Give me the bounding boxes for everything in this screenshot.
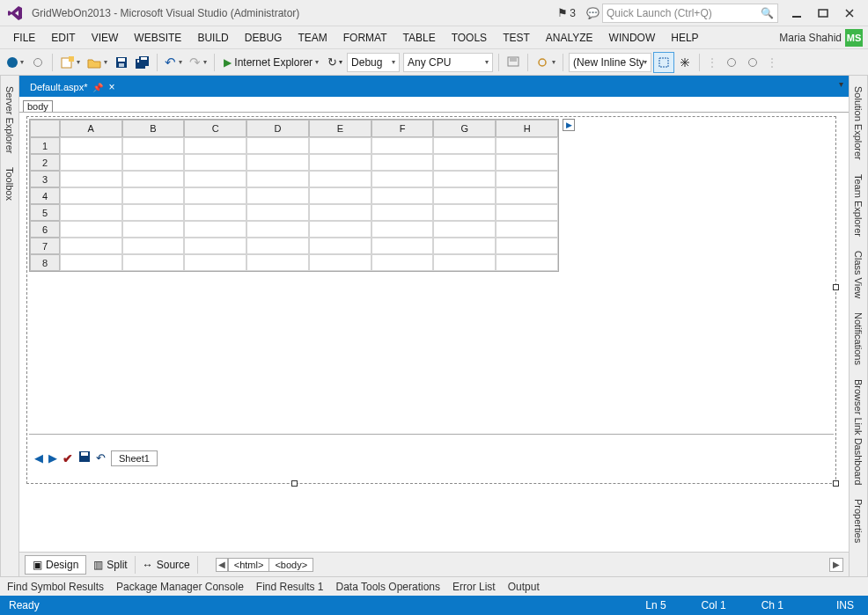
next-sheet-button[interactable]: ▶ <box>48 451 57 465</box>
tab-data-tools[interactable]: Data Tools Operations <box>336 581 441 593</box>
grid-cell[interactable] <box>309 171 371 187</box>
grid-cell[interactable] <box>433 137 496 154</box>
grid-cell[interactable] <box>246 221 309 238</box>
grid-cell[interactable] <box>184 187 246 204</box>
grid-cell[interactable] <box>371 137 434 154</box>
row-header[interactable]: 6 <box>30 221 60 238</box>
menu-build[interactable]: BUILD <box>189 26 236 48</box>
grid-cell[interactable] <box>496 238 558 254</box>
doc-tab-default[interactable]: Default.aspx* 📌 × <box>23 77 121 97</box>
menu-view[interactable]: VIEW <box>84 26 127 48</box>
grid-cell[interactable] <box>309 204 371 221</box>
rail-browser-link[interactable]: Browser Link Dashboard <box>851 374 865 490</box>
grid-cell[interactable] <box>60 221 122 238</box>
redo-button[interactable]: ↷▾ <box>186 52 210 73</box>
rail-team-explorer[interactable]: Team Explorer <box>851 169 865 242</box>
grid-cell[interactable] <box>184 171 246 187</box>
notifications-button[interactable]: ⚑ 3 <box>552 0 581 26</box>
view-tab-split[interactable]: ▥Split <box>86 556 135 574</box>
menu-test[interactable]: TEST <box>495 26 538 48</box>
grid-cell[interactable] <box>496 187 558 204</box>
rail-server-explorer[interactable]: Server Explorer <box>3 81 17 158</box>
row-header[interactable]: 8 <box>30 254 60 271</box>
menu-website[interactable]: WEBSITE <box>126 26 189 48</box>
config-combo[interactable]: Debug▾ <box>347 53 400 72</box>
gridweb-control[interactable]: A B C D E F G H 12345678 <box>29 119 559 272</box>
circle-button-2[interactable] <box>742 52 763 73</box>
tab-package-manager[interactable]: Package Manager Console <box>116 581 244 593</box>
view-tab-design[interactable]: ▣Design <box>25 555 86 575</box>
quick-launch-input[interactable]: Quick Launch (Ctrl+Q) 🔍 <box>602 4 778 23</box>
grid-cell[interactable] <box>246 187 309 204</box>
grid-cell[interactable] <box>433 254 496 271</box>
design-surface[interactable]: A B C D E F G H 12345678 ▶ ◀ ▶ ✔ <box>19 113 849 552</box>
undo-icon[interactable]: ↶ <box>96 451 106 465</box>
col-header-h[interactable]: H <box>496 120 558 137</box>
grid-cell[interactable] <box>309 238 371 254</box>
col-header-f[interactable]: F <box>371 120 434 137</box>
grid-cell[interactable] <box>246 238 309 254</box>
rail-notifications[interactable]: Notifications <box>851 307 865 370</box>
row-header[interactable]: 4 <box>30 187 60 204</box>
col-header-e[interactable]: E <box>309 120 371 137</box>
nav-back-button[interactable]: ▾ <box>4 52 27 73</box>
col-header-a[interactable]: A <box>60 120 122 137</box>
grid-cell[interactable] <box>496 221 558 238</box>
grid-cell[interactable] <box>371 221 434 238</box>
col-header-d[interactable]: D <box>246 120 309 137</box>
grid-cell[interactable] <box>371 254 434 271</box>
resize-handle-right[interactable] <box>833 284 839 290</box>
nav-forward-button[interactable] <box>27 52 48 73</box>
rail-class-view[interactable]: Class View <box>851 245 865 304</box>
row-header[interactable]: 5 <box>30 204 60 221</box>
grid-cell[interactable] <box>433 238 496 254</box>
grid-cell[interactable] <box>496 154 558 171</box>
new-project-button[interactable]: ▾ <box>56 52 84 73</box>
target-rule-button[interactable] <box>653 52 674 73</box>
submit-icon[interactable]: ✔ <box>63 451 73 465</box>
circle-button-1[interactable] <box>721 52 742 73</box>
view-tab-source[interactable]: ↔Source <box>136 556 198 574</box>
tab-find-symbol[interactable]: Find Symbol Results <box>7 581 104 593</box>
grid-cell[interactable] <box>122 204 185 221</box>
close-icon[interactable]: × <box>108 81 114 93</box>
smart-tag-button[interactable]: ▶ <box>563 119 575 131</box>
feedback-icon[interactable]: 💬 <box>581 7 597 19</box>
user-name[interactable]: Maria Shahid <box>779 32 842 44</box>
user-avatar[interactable]: MS <box>845 29 863 47</box>
grid-cell[interactable] <box>122 137 185 154</box>
menu-team[interactable]: TEAM <box>290 26 335 48</box>
grid-cell[interactable] <box>433 187 496 204</box>
grid-cell[interactable] <box>184 254 246 271</box>
sheet-tab[interactable]: Sheet1 <box>111 450 158 466</box>
breadcrumb-next[interactable]: ▶ <box>829 558 843 572</box>
menu-window[interactable]: WINDOW <box>601 26 664 48</box>
save-icon[interactable] <box>78 450 91 465</box>
grid-cell[interactable] <box>433 171 496 187</box>
grid-cell[interactable] <box>309 221 371 238</box>
grid-cell[interactable] <box>496 204 558 221</box>
grid-corner[interactable] <box>30 120 60 137</box>
grid-cell[interactable] <box>246 171 309 187</box>
menu-debug[interactable]: DEBUG <box>237 26 291 48</box>
pin-icon[interactable]: 📌 <box>92 83 103 92</box>
grid-cell[interactable] <box>60 187 122 204</box>
menu-format[interactable]: FORMAT <box>335 26 395 48</box>
grid-cell[interactable] <box>246 154 309 171</box>
row-header[interactable]: 3 <box>30 171 60 187</box>
grid-cell[interactable] <box>309 137 371 154</box>
show-overlay-button[interactable] <box>674 52 695 73</box>
menu-analyze[interactable]: ANALYZE <box>538 26 601 48</box>
grid-cell[interactable] <box>309 187 371 204</box>
grid-cell[interactable] <box>122 154 185 171</box>
prev-sheet-button[interactable]: ◀ <box>34 451 43 465</box>
grid-cell[interactable] <box>122 238 185 254</box>
start-debug-button[interactable]: ▶ Internet Explorer▾ <box>218 52 324 73</box>
grid-cell[interactable] <box>433 154 496 171</box>
menu-file[interactable]: FILE <box>5 26 43 48</box>
grid-cell[interactable] <box>122 254 185 271</box>
grid-cell[interactable] <box>60 137 122 154</box>
grid-cell[interactable] <box>60 171 122 187</box>
rail-properties[interactable]: Properties <box>851 494 865 548</box>
grid-cell[interactable] <box>246 254 309 271</box>
